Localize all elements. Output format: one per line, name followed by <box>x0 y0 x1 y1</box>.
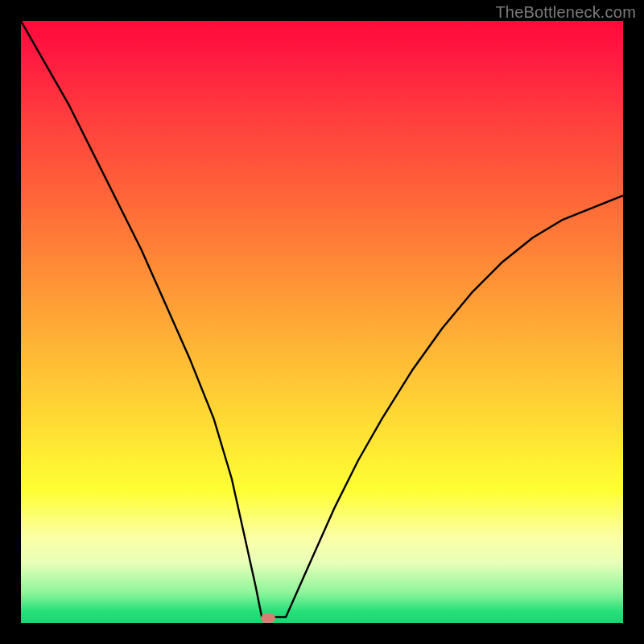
plot-area <box>21 21 623 623</box>
bottleneck-curve <box>21 21 623 623</box>
chart-frame: TheBottleneck.com <box>0 0 644 644</box>
optimal-point-marker <box>261 613 275 623</box>
watermark-text: TheBottleneck.com <box>495 3 636 22</box>
